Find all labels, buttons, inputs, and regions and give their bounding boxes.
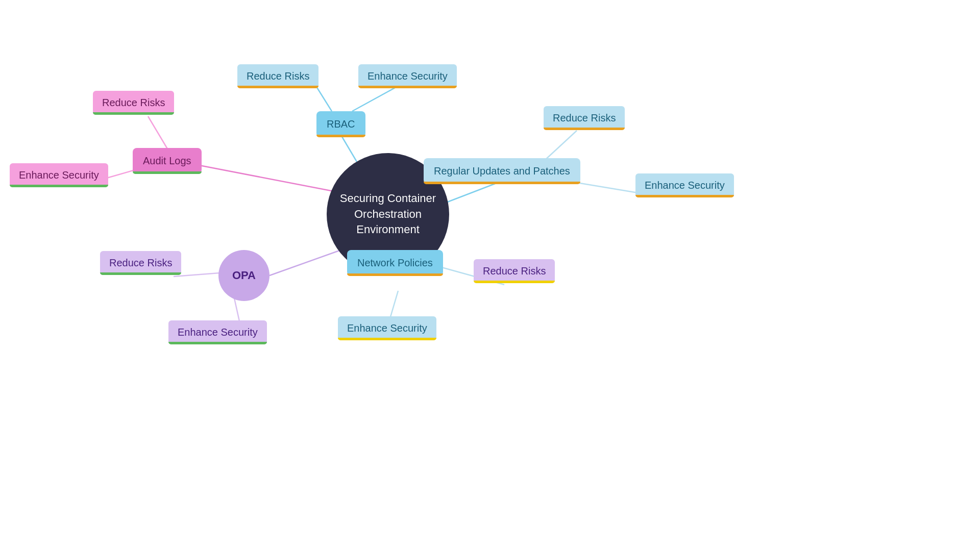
rbac-enhance-label: Enhance Security: [368, 70, 448, 82]
audit-logs-node[interactable]: Audit Logs: [133, 148, 202, 174]
network-enhance-security[interactable]: Enhance Security: [338, 316, 436, 340]
audit-reduce-risks[interactable]: Reduce Risks: [93, 91, 174, 115]
rbac-label: RBAC: [327, 118, 355, 130]
rbac-enhance-security[interactable]: Enhance Security: [358, 64, 457, 88]
network-enhance-label: Enhance Security: [347, 322, 427, 334]
opa-node[interactable]: OPA: [218, 250, 270, 301]
rbac-reduce-label: Reduce Risks: [247, 70, 309, 82]
updates-enhance-label: Enhance Security: [645, 180, 725, 191]
audit-enhance-label: Enhance Security: [19, 169, 99, 181]
network-reduce-label: Reduce Risks: [483, 265, 546, 277]
rbac-node[interactable]: RBAC: [316, 111, 365, 137]
audit-reduce-label: Reduce Risks: [102, 97, 165, 109]
opa-enhance-security[interactable]: Enhance Security: [168, 320, 267, 344]
svg-line-4: [148, 116, 168, 151]
svg-line-3: [194, 164, 347, 194]
updates-reduce-risks[interactable]: Reduce Risks: [544, 106, 625, 130]
rbac-reduce-risks[interactable]: Reduce Risks: [237, 64, 318, 88]
opa-enhance-label: Enhance Security: [178, 327, 258, 338]
opa-label: OPA: [232, 269, 256, 282]
updates-reduce-label: Reduce Risks: [553, 112, 616, 124]
opa-reduce-risks[interactable]: Reduce Risks: [100, 251, 181, 275]
regular-updates-node[interactable]: Regular Updates and Patches: [424, 158, 580, 184]
network-policies-label: Network Policies: [357, 257, 433, 269]
svg-line-14: [577, 183, 638, 193]
network-reduce-risks[interactable]: Reduce Risks: [474, 259, 555, 283]
network-policies-node[interactable]: Network Policies: [347, 250, 443, 276]
audit-enhance-security[interactable]: Enhance Security: [10, 163, 108, 187]
center-label: Securing Container Orchestration Environ…: [327, 191, 449, 238]
audit-logs-label: Audit Logs: [143, 155, 191, 167]
svg-line-6: [270, 250, 341, 276]
opa-reduce-label: Reduce Risks: [109, 257, 172, 269]
updates-enhance-security[interactable]: Enhance Security: [635, 173, 734, 197]
regular-updates-label: Regular Updates and Patches: [434, 165, 570, 177]
